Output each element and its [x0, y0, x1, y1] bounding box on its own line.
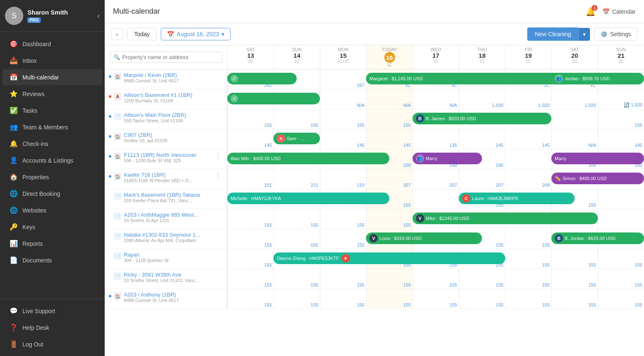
sidebar-label-accounts-listings: Accounts & Listings — [22, 157, 73, 164]
booking-bar-8-0[interactable]: VLouis · $310.00 USD — [366, 232, 482, 244]
sidebar-item-check-ins[interactable]: 🔔Check-ins — [2, 136, 102, 152]
calendar-view-button[interactable]: 📅 Calendar — [602, 8, 636, 15]
booking-bar-0-0[interactable]: ✓ — [227, 73, 297, 84]
table-row: 📄 A203 / AnthMaggie 885 West... 33 Smith… — [105, 209, 644, 229]
prop-name-3[interactable]: C907 (2BR) — [124, 132, 223, 138]
day-sub: 1C — [369, 63, 410, 67]
cell-value: 155 — [635, 262, 642, 267]
cell-value: 210 — [357, 183, 364, 188]
cells-container-0: 2021671C1C1C1C✓Margaret · $1,245.00 USD👥… — [227, 69, 644, 89]
new-cleaning-dropdown-button[interactable]: ▾ — [578, 28, 590, 41]
day-number: 13 — [230, 52, 271, 59]
prop-name-7[interactable]: A203 / AnthMaggie 885 West... — [124, 212, 223, 218]
notification-button[interactable]: 🔔 1 — [585, 7, 596, 17]
day-header-0: SAT 13 2C — [227, 45, 273, 69]
booking-bar-5-0[interactable]: ✏️Simon · $400.00 USD — [551, 173, 644, 184]
booking-bar-6-1[interactable]: CLaura · HMAJEJMKP8 — [459, 193, 575, 204]
calendar-label: Calendar — [612, 8, 636, 15]
sidebar-label-team-members: Team & Members — [22, 124, 68, 131]
prop-name-10[interactable]: Ricky - 3581 W26th Ave — [124, 272, 223, 278]
prop-menu-button[interactable]: ⋮ — [214, 172, 223, 180]
property-col-8: 📄 Natalia #1302-833 Seymour 1... 2980 At… — [105, 229, 227, 249]
property-search-box[interactable]: 🔍 — [110, 52, 222, 63]
sidebar-item-properties[interactable]: 🏠Properties — [2, 169, 102, 185]
day-number: 17 — [415, 52, 456, 59]
settings-button[interactable]: ⚙️ Settings — [594, 27, 637, 41]
cell-value: 207 — [450, 183, 457, 188]
prev-arrow-button[interactable]: ‹ — [111, 28, 123, 40]
booking-bar-3-0[interactable]: ASam · ... — [273, 133, 320, 144]
cell-10-7: 155 — [551, 269, 597, 289]
prop-menu-button[interactable]: ⋮ — [214, 152, 223, 160]
day-header-7: SAT 20 1C — [551, 45, 597, 69]
booking-bar-9-0[interactable]: Dianna Zheng · HM3PE53KTF+ — [273, 252, 505, 264]
calendar-icon: 📅 — [167, 31, 174, 37]
sidebar-item-documents[interactable]: 📄Documents — [2, 252, 102, 268]
sidebar-item-websites[interactable]: 🌐Websites — [2, 202, 102, 218]
sidebar-item-accounts-listings[interactable]: 👤Accounts & Listings — [2, 152, 102, 168]
day-header-1: SUN 14 1C — [273, 45, 320, 69]
cell-value: 155 — [264, 222, 272, 227]
sidebar-item-multi-calendar[interactable]: 📅Multi-calendar — [2, 69, 102, 85]
sidebar-item-team-members[interactable]: 👥Team & Members — [2, 119, 102, 135]
prop-name-8[interactable]: Natalia #1302-833 Seymour 1... — [124, 232, 223, 238]
booking-bar-4-2[interactable]: Marry — [551, 153, 644, 164]
new-cleaning-button[interactable]: New Cleaning — [527, 27, 578, 41]
prop-name-5[interactable]: Keefer 716 (1BR) — [124, 172, 211, 178]
cell-value: 155 — [635, 123, 642, 128]
booking-bar-7-0[interactable]: VMike · $1245.00 USD — [413, 213, 598, 224]
cell-10-2: 155 — [320, 269, 366, 289]
booking-bar-4-0[interactable]: Alan Miln · $400.00 USD — [227, 153, 389, 164]
sidebar-item-tasks[interactable]: ✅Tasks — [2, 102, 102, 119]
day-number: 18 — [462, 52, 502, 59]
today-button[interactable]: Today — [127, 28, 157, 40]
sidebar-item-inbox[interactable]: 📥Inbox — [2, 52, 102, 69]
day-name: THU — [462, 47, 502, 52]
prop-name-9[interactable]: Rayan — [124, 252, 223, 258]
sidebar-item-direct-booking[interactable]: 🌐Direct Booking — [2, 185, 102, 202]
cell-8-6: 155 — [505, 229, 551, 249]
cell-2-8: 155 — [598, 109, 644, 129]
documents-icon: 📄 — [9, 256, 18, 264]
booking-bar-8-1[interactable]: BB. Jordan · $625.00 USD — [551, 232, 644, 244]
inbox-icon: 📥 — [9, 57, 18, 64]
websites-icon: 🌐 — [9, 206, 18, 214]
booking-bar-0-2[interactable]: 👥Jordan · $999.76 USD — [551, 73, 644, 84]
prop-name-11[interactable]: A203 / Anthony (1BR) — [124, 292, 223, 298]
cells-container-1: N/AN/AN/A1,0201,0201,020🔄 1,020✓ — [227, 89, 644, 109]
sidebar-item-dashboard[interactable]: 🎯Dashboard — [2, 36, 102, 52]
prop-name-1[interactable]: Allison's Basement #1 (1BR) — [124, 92, 223, 98]
sidebar-item-log-out[interactable]: 🚪Log Out — [2, 336, 102, 352]
sidebar-label-multi-calendar: Multi-calendar — [22, 74, 59, 81]
sidebar-item-keys[interactable]: 🔑Keys — [2, 219, 102, 235]
page-title: Multi-calendar — [113, 7, 160, 16]
booking-bar-2-0[interactable]: BB. James · $620.00 USD — [413, 113, 551, 124]
booking-bar-4-1[interactable]: 👥Marry — [413, 153, 482, 164]
cell-8-2: 155 — [320, 229, 366, 249]
cell-value: 155 — [264, 123, 272, 128]
date-picker-button[interactable]: 📅 August 16, 2023 ▾ — [161, 28, 231, 40]
booking-label: Marry — [555, 156, 566, 161]
guest-avatar: C — [462, 194, 470, 203]
sidebar-item-reviews[interactable]: ⭐Reviews — [2, 86, 102, 102]
cell-7-2: 155 — [320, 209, 366, 229]
sidebar-label-check-ins: Check-ins — [22, 141, 48, 147]
sidebar-collapse-button[interactable]: ‹ — [97, 12, 100, 20]
sidebar-item-help-desk[interactable]: ❓Help Desk — [2, 319, 102, 336]
cell-9-0: 155 — [227, 249, 273, 269]
cell-6-8 — [598, 189, 644, 209]
prop-name-4[interactable]: F1113 (1BR) North Vancouver — [124, 152, 211, 158]
cell-value: 1,020 — [585, 103, 596, 108]
reviews-icon: ⭐ — [9, 90, 18, 98]
cell-value: 155 — [311, 302, 318, 307]
prop-name-2[interactable]: Allison's Main Floor (2BR) — [124, 112, 223, 118]
prop-name-0[interactable]: Marpole / Kevin (2BR) — [124, 72, 223, 78]
booking-bar-1-0[interactable]: ✓ — [227, 93, 320, 104]
search-input[interactable] — [122, 54, 219, 60]
app-container: S Sharon Smith PRO ‹ 🎯Dashboard📥Inbox📅Mu… — [0, 0, 644, 356]
prop-name-6[interactable]: Mark's Basement (1BR) Tatiana — [124, 192, 223, 198]
day-name: SAT — [554, 47, 595, 52]
sidebar-item-live-support[interactable]: 💬Live Support — [2, 303, 102, 319]
booking-bar-6-0[interactable]: Michelle · HMAY2JKYKA — [227, 193, 389, 204]
sidebar-item-reports[interactable]: 📊Reports — [2, 235, 102, 252]
